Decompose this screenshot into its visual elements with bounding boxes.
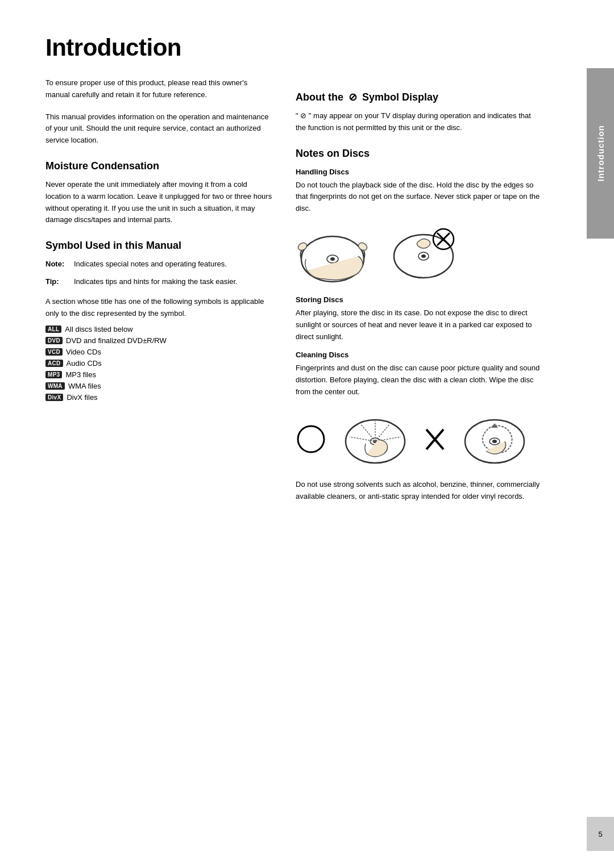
disc-no-image — [387, 225, 460, 287]
tip-label: Tip: — [45, 276, 74, 288]
disc-format-list: ALLAll discs listed belowDVDDVD and fina… — [45, 325, 273, 402]
solvents-text: Do not use strong solvents such as alcoh… — [296, 479, 543, 503]
intro-paragraph-1: To ensure proper use of this product, pl… — [45, 77, 273, 101]
cleaning-text: Fingerprints and dust on the disc can ca… — [296, 362, 543, 398]
page-number: 5 — [598, 830, 602, 838]
about-symbol-text: " ⊘ " may appear on your TV display duri… — [296, 110, 543, 134]
storing-text: After playing, store the disc in its cas… — [296, 307, 543, 343]
list-item: VCDVideo CDs — [45, 348, 273, 356]
list-item: ALLAll discs listed below — [45, 325, 273, 333]
note-label: Note: — [45, 258, 74, 270]
tip-row: Tip: Indicates tips and hints for making… — [45, 276, 273, 288]
cleaning-ok-disc — [338, 408, 412, 471]
svg-point-11 — [298, 426, 324, 452]
svg-point-7 — [421, 254, 426, 258]
list-item: ACDAudio CDs — [45, 359, 273, 368]
cleaning-title: Cleaning Discs — [296, 350, 543, 359]
handling-text: Do not touch the playback side of the di… — [296, 180, 543, 215]
about-symbol-title: About the ⊘ Symbol Display — [296, 91, 543, 103]
content-area: Introduction To ensure proper use of thi… — [45, 34, 543, 508]
page-title: Introduction — [45, 34, 543, 61]
svg-point-2 — [330, 257, 335, 261]
side-tab-label: Introduction — [596, 125, 605, 181]
tip-desc: Indicates tips and hints for making the … — [74, 276, 273, 288]
list-item: DVDDVD and finalized DVD±R/RW — [45, 336, 273, 345]
list-item: WMAWMA files — [45, 382, 273, 390]
note-tip-table: Note: Indicates special notes and operat… — [45, 258, 273, 288]
handling-title: Handling Discs — [296, 168, 543, 176]
cleaning-no-disc — [458, 408, 532, 471]
svg-point-24 — [492, 440, 497, 443]
disc-ok-image — [296, 225, 370, 287]
page-wrapper: Introduction 5 Introduction To ensure pr… — [0, 0, 614, 868]
page-number-box: 5 — [587, 817, 614, 851]
svg-point-3 — [297, 241, 308, 252]
left-column: To ensure proper use of this product, pl… — [45, 77, 273, 508]
notes-on-discs-title: Notes on Discs — [296, 148, 543, 160]
side-tab-label-area: Introduction — [587, 68, 614, 239]
symbol-desc: A section whose title has one of the fol… — [45, 296, 273, 320]
cleaning-disc-images — [296, 408, 543, 471]
two-column-layout: To ensure proper use of this product, pl… — [45, 77, 543, 508]
handling-disc-images — [296, 225, 543, 287]
about-symbol-suffix: Symbol Display — [362, 91, 438, 103]
correct-circle-icon — [296, 424, 327, 455]
symbol-manual-title: Symbol Used in this Manual — [45, 240, 273, 252]
moisture-text: Never operate the unit immediately after… — [45, 179, 273, 226]
intro-paragraph-2: This manual provides information on the … — [45, 111, 273, 147]
side-tab: Introduction 5 — [587, 0, 614, 868]
svg-point-4 — [357, 241, 368, 252]
right-column: About the ⊘ Symbol Display " ⊘ " may app… — [296, 77, 543, 508]
moisture-title: Moisture Condensation — [45, 160, 273, 172]
note-desc: Indicates special notes and operating fe… — [74, 258, 273, 270]
note-row: Note: Indicates special notes and operat… — [45, 258, 273, 270]
about-symbol-icon: ⊘ — [349, 91, 357, 103]
list-item: DivXDivX files — [45, 393, 273, 402]
about-symbol-prefix: About the — [296, 91, 343, 103]
list-item: MP3MP3 files — [45, 370, 273, 379]
storing-title: Storing Discs — [296, 295, 543, 304]
wrong-x-icon — [424, 424, 446, 455]
